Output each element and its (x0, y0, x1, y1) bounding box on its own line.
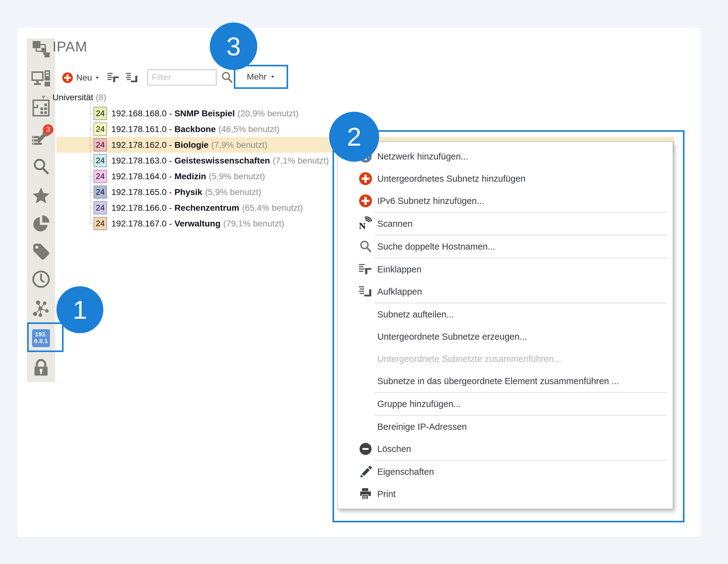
menu-item-label: Aufklappen (377, 287, 422, 297)
menu-item-icon (358, 351, 373, 366)
search-icon[interactable] (220, 71, 234, 85)
menu-item[interactable]: Aufklappen (338, 280, 673, 303)
menu-item-label: Untergeordnete Subnetzte zusammenführen.… (377, 354, 561, 364)
menu-item-label: Untergeordnete Subnetze erzeugen... (377, 332, 527, 342)
subnet-ip: 192.178.163.0 (111, 156, 167, 166)
subnet-separator: - (169, 156, 172, 166)
sidebar-item-tools[interactable]: 3 (27, 127, 55, 147)
subnet-name: SNMP Beispiel (174, 109, 235, 118)
subnet-mask-badge: 24 (93, 122, 107, 136)
sidebar-item-pie-chart[interactable] (27, 214, 55, 234)
subnet-mask-badge: 24 (93, 185, 107, 199)
subnet-separator: - (169, 203, 172, 213)
tree-root-universitaet[interactable]: Universität (8) (41, 92, 106, 103)
notification-badge: 3 (43, 124, 53, 135)
more-button[interactable]: Mehr (247, 72, 267, 82)
menu-item-label: Bereinige IP-Adressen (377, 422, 467, 432)
sidebar-item-clock[interactable] (27, 269, 55, 289)
new-button[interactable]: Neu (62, 72, 100, 84)
ipam-tile-label-line2: 0.0.1 (32, 338, 50, 345)
star-icon (31, 186, 51, 205)
expand-all-button[interactable] (125, 71, 139, 84)
sidebar-item-search[interactable] (27, 157, 55, 176)
subnet-name: Verwaltung (174, 219, 220, 229)
subnet-ip: 192.178.162.0 (111, 140, 167, 150)
pie-chart-icon (31, 214, 51, 233)
sidebar-item-topology[interactable] (27, 39, 55, 59)
step-badge-1: 1 (56, 286, 103, 333)
sidebar-item-lock[interactable] (27, 358, 55, 378)
subnet-separator: - (169, 187, 172, 197)
subnet-separator: - (169, 140, 172, 150)
subnet-separator: - (169, 124, 172, 134)
subnet-name: Backbone (174, 124, 216, 134)
menu-item[interactable]: Subnetz aufteilen... (338, 303, 673, 326)
menu-item[interactable]: Print (338, 483, 673, 505)
subnet-usage: (5,9% benutzt) (205, 187, 261, 197)
delete-circle-icon (358, 442, 373, 456)
menu-item[interactable]: IPv6 Subnetz hinzufügen... (338, 190, 673, 212)
subnet-usage: (7,9% benutzt) (211, 140, 267, 150)
subnet-name: Rechenzentrum (174, 203, 239, 213)
menu-item[interactable]: Bereinige IP-Adressen (338, 416, 673, 438)
menu-item[interactable]: Netzwerk hinzufügen... (338, 145, 673, 168)
tag-icon (31, 242, 51, 261)
menu-item-icon (358, 307, 373, 322)
menu-item[interactable]: N Scannen (338, 213, 673, 235)
molecule-icon (31, 299, 51, 318)
subnet-separator: - (169, 219, 172, 229)
sidebar-item-tag[interactable] (27, 242, 55, 261)
menu-item-icon (358, 396, 373, 411)
menu-item[interactable]: Untergeordnete Subnetze erzeugen... (338, 326, 673, 348)
lock-icon (31, 358, 51, 377)
subnet-separator: - (169, 172, 172, 181)
menu-item-label: IPv6 Subnetz hinzufügen... (377, 196, 484, 206)
collapse-icon (358, 262, 373, 277)
printer-icon (358, 487, 373, 501)
sidebar-item-molecule[interactable] (27, 299, 55, 318)
menu-item-label: Gruppe hinzufügen... (377, 399, 461, 409)
sidebar-item-ipam-tile[interactable]: 192.0.0.1 (27, 329, 55, 347)
menu-item[interactable]: Suche doppelte Hostnamen... (338, 235, 673, 258)
subnet-name: Medizin (174, 172, 206, 181)
chevron-down-icon (95, 75, 100, 80)
menu-item[interactable]: Untergeordnetes Subnetz hinzufügen (338, 168, 673, 190)
menu-item-label: Eigenschaften (377, 467, 434, 477)
new-button-label: Neu (76, 73, 92, 83)
pencil-icon (358, 464, 373, 479)
search-icon (31, 157, 51, 176)
chevron-down-icon (270, 74, 275, 79)
menu-item-label: Suche doppelte Hostnamen... (377, 242, 495, 252)
subnet-name: Physik (174, 187, 202, 197)
sidebar-item-workstation[interactable] (27, 69, 55, 89)
subnet-ip: 192.178.167.0 (111, 219, 167, 229)
sidebar-item-star[interactable] (27, 186, 55, 206)
menu-item-label: Print (377, 489, 396, 499)
subnet-usage: (5,9% benutzt) (209, 172, 265, 181)
menu-item[interactable]: Subnetze in das übergeordnete Element zu… (338, 370, 673, 392)
collapse-all-button[interactable] (107, 71, 121, 84)
subnet-ip: 192.178.164.0 (111, 172, 167, 181)
subnet-usage: (7,1% benutzt) (273, 156, 329, 166)
menu-item[interactable]: Löschen (338, 438, 673, 460)
sidebar: 3 192.0.0.1 (27, 39, 55, 382)
step-badge-2: 2 (329, 112, 379, 162)
subnet-ip: 192.178.161.0 (111, 124, 167, 134)
menu-item[interactable]: Einklappen (338, 258, 673, 280)
subnet-name: Geisteswissenschaften (174, 156, 270, 166)
menu-item[interactable]: Gruppe hinzufügen... (338, 393, 673, 415)
menu-item[interactable]: Eigenschaften (338, 461, 673, 483)
menu-item-label: Subnetz aufteilen... (377, 309, 454, 320)
clock-icon (31, 270, 51, 289)
subnet-usage: (79,1% benutzt) (223, 219, 284, 229)
svg-text:N: N (359, 221, 366, 231)
filter-input[interactable] (147, 69, 217, 85)
menu-item-label: Einklappen (377, 264, 422, 275)
subnet-usage: (20,9% benutzt) (238, 109, 299, 118)
search-icon (358, 239, 373, 254)
tree-collapse-arrow-icon[interactable] (41, 95, 46, 100)
menu-item-label: Subnetze in das übergeordnete Element zu… (377, 376, 619, 386)
subnet-mask-badge: 24 (93, 154, 107, 167)
subnet-usage: (65,4% benutzt) (242, 203, 303, 213)
context-menu: Netzwerk hinzufügen... Untergeordnetes S… (337, 141, 673, 509)
